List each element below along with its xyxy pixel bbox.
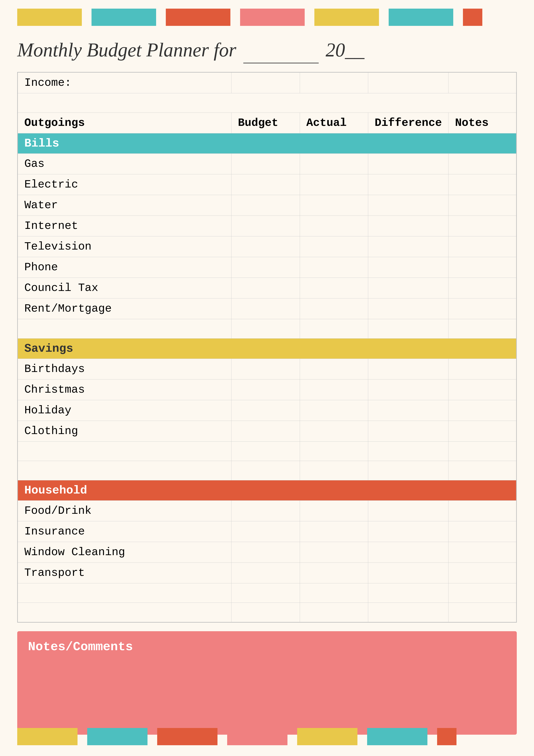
internet-row: Internet — [18, 216, 516, 236]
phone-actual — [300, 257, 368, 278]
bottom-bar-yellow — [17, 728, 78, 745]
empty-row-savings1 — [18, 442, 516, 461]
phone-notes — [448, 257, 516, 278]
council-tax-row: Council Tax — [18, 278, 516, 298]
insurance-row: Insurance — [18, 521, 516, 542]
empty-cell-bills-e — [448, 319, 516, 338]
holiday-notes — [448, 400, 516, 421]
top-bar-yellow — [17, 9, 82, 26]
savings-header-row: Savings — [18, 338, 516, 359]
col-difference: Difference — [368, 113, 448, 133]
television-notes — [448, 236, 516, 257]
income-actual-cell — [300, 73, 368, 93]
budget-table: Income: Outgoings Budget Actual Differen… — [18, 72, 516, 622]
income-notes-cell — [448, 73, 516, 93]
water-diff — [368, 195, 448, 216]
empty-h1e — [448, 583, 516, 603]
bills-header-cell: Bills — [18, 133, 516, 154]
birthdays-budget — [232, 359, 300, 380]
empty-cell-s2e — [448, 461, 516, 480]
transport-diff — [368, 563, 448, 583]
food-drink-actual — [300, 500, 368, 521]
bottom-bar-teal2 — [367, 728, 427, 745]
gas-diff — [368, 154, 448, 174]
page-title: Monthly Budget Planner for 20__ — [17, 39, 364, 61]
empty-h2b — [232, 603, 300, 622]
gas-actual — [300, 154, 368, 174]
food-drink-budget — [232, 500, 300, 521]
title-name-underline — [243, 40, 319, 63]
empty-row-household2 — [18, 603, 516, 622]
empty-row-1 — [18, 93, 516, 113]
col-budget: Budget — [232, 113, 300, 133]
top-bar-teal — [91, 9, 156, 26]
empty-cell-s2b — [232, 461, 300, 480]
top-bar-red — [166, 9, 230, 26]
phone-label: Phone — [18, 257, 232, 278]
electric-notes — [448, 174, 516, 195]
bottom-bar-pink — [227, 728, 288, 745]
rent-mortgage-actual — [300, 298, 368, 319]
phone-diff — [368, 257, 448, 278]
holiday-row: Holiday — [18, 400, 516, 421]
gas-label: Gas — [18, 154, 232, 174]
year-blank: __ — [345, 39, 364, 61]
year-prefix: 20 — [326, 39, 345, 61]
holiday-label: Holiday — [18, 400, 232, 421]
christmas-row: Christmas — [18, 380, 516, 400]
empty-row-bills — [18, 319, 516, 338]
insurance-notes — [448, 521, 516, 542]
council-tax-diff — [368, 278, 448, 298]
holiday-budget — [232, 400, 300, 421]
transport-label: Transport — [18, 563, 232, 583]
birthdays-label: Birthdays — [18, 359, 232, 380]
window-cleaning-notes — [448, 542, 516, 563]
clothing-notes — [448, 421, 516, 442]
clothing-actual — [300, 421, 368, 442]
empty-cell-s1c — [300, 442, 368, 461]
bottom-bar-red2 — [437, 728, 456, 745]
empty-h2d — [368, 603, 448, 622]
christmas-actual — [300, 380, 368, 400]
internet-diff — [368, 216, 448, 236]
income-budget-cell — [232, 73, 300, 93]
birthdays-actual — [300, 359, 368, 380]
clothing-label: Clothing — [18, 421, 232, 442]
food-drink-row: Food/Drink — [18, 500, 516, 521]
christmas-label: Christmas — [18, 380, 232, 400]
empty-cell-bills-d — [368, 319, 448, 338]
bottom-bar-teal — [87, 728, 147, 745]
window-cleaning-diff — [368, 542, 448, 563]
electric-actual — [300, 174, 368, 195]
birthdays-diff — [368, 359, 448, 380]
household-header-cell: Household — [18, 480, 516, 500]
internet-budget — [232, 216, 300, 236]
title-area: Monthly Budget Planner for 20__ — [0, 26, 534, 72]
council-tax-notes — [448, 278, 516, 298]
bills-header-row: Bills — [18, 133, 516, 154]
empty-h1a — [18, 583, 232, 603]
top-bar-pink — [240, 9, 305, 26]
household-header-row: Household — [18, 480, 516, 500]
window-cleaning-budget — [232, 542, 300, 563]
clothing-diff — [368, 421, 448, 442]
insurance-budget — [232, 521, 300, 542]
water-label: Water — [18, 195, 232, 216]
transport-budget — [232, 563, 300, 583]
water-row: Water — [18, 195, 516, 216]
transport-notes — [448, 563, 516, 583]
empty-cell-s1b — [232, 442, 300, 461]
bottom-color-bars — [17, 726, 517, 747]
notes-comments-title: Notes/Comments — [28, 640, 506, 654]
empty-cell-s1a — [18, 442, 232, 461]
food-drink-diff — [368, 500, 448, 521]
insurance-diff — [368, 521, 448, 542]
notes-comments-section: Notes/Comments — [17, 631, 517, 735]
empty-cell-s2a — [18, 461, 232, 480]
empty-cell-s2c — [300, 461, 368, 480]
income-label: Income: — [18, 73, 232, 93]
empty-h1b — [232, 583, 300, 603]
empty-cell-bills — [18, 319, 232, 338]
empty-h2e — [448, 603, 516, 622]
phone-budget — [232, 257, 300, 278]
